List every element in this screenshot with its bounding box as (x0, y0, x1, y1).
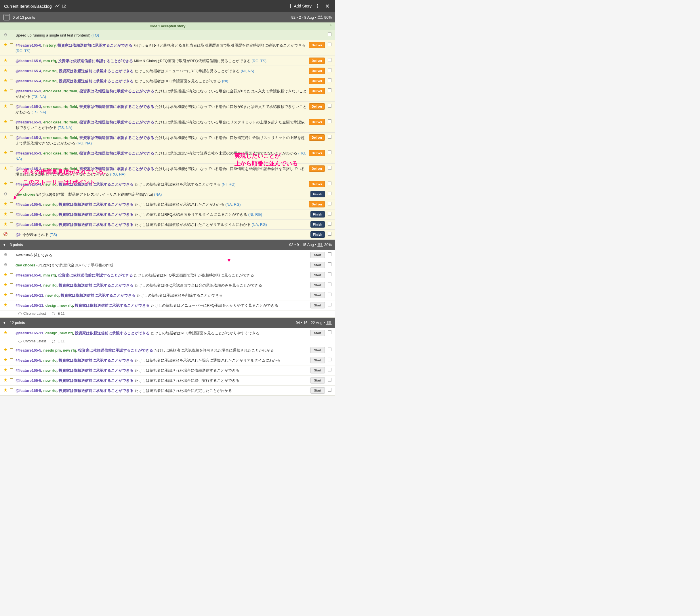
story-label[interactable]: new rfq (60, 331, 73, 335)
story-row[interactable]: ★@feature165-4, new rfq, 投資家は依頼送信前に承認するこ… (0, 66, 335, 76)
story-state-button[interactable]: Deliver (309, 119, 325, 125)
story-label[interactable]: mm rfq (43, 59, 56, 63)
story-label[interactable]: , (77, 104, 79, 109)
story-owners[interactable]: (TS, NA) (32, 110, 46, 114)
story-label[interactable]: , (57, 283, 59, 287)
story-label[interactable]: @feature165-6 (15, 273, 41, 277)
story-label[interactable]: , (77, 120, 79, 124)
story-row[interactable]: ★@feature165-3, error case, rfq field, 投… (0, 102, 335, 117)
story-content[interactable]: @feature165-5, new rfq, 投資家は依頼送信前に承認すること… (15, 387, 307, 393)
story-label[interactable]: @feature165-5 (15, 348, 41, 352)
story-state-button[interactable]: Start (310, 292, 325, 298)
story-content[interactable]: Awaitilityを試してみる (15, 252, 307, 258)
story-owners[interactable]: (NI) (222, 79, 228, 83)
story-label[interactable]: , (77, 89, 79, 93)
story-select-checkbox[interactable] (328, 135, 332, 139)
story-state-button[interactable]: Finish (310, 221, 325, 228)
story-select-checkbox[interactable] (328, 78, 332, 82)
story-label[interactable]: 投資家は依頼送信前に承認することができる (78, 348, 153, 352)
story-label[interactable]: @feature165-4 (15, 79, 41, 83)
story-row[interactable]: ★@feature165-3, error case, rfq field, 投… (0, 133, 335, 148)
story-label[interactable]: , (41, 89, 43, 93)
story-select-checkbox[interactable] (328, 212, 332, 215)
story-label[interactable]: , (61, 136, 63, 140)
story-row[interactable]: ⚙Awaitilityを試してみるStart (0, 250, 335, 260)
story-label[interactable]: 投資家は依頼送信前に承認することができる (58, 43, 132, 48)
story-label[interactable]: 投資家は依頼送信前に承認することができる (59, 378, 134, 383)
story-label[interactable]: 投資家は依頼送信前に承認することができる (59, 283, 134, 287)
story-owners[interactable]: (NA, RG) (251, 223, 267, 227)
story-label[interactable]: 投資家は依頼送信前に承認することができる (59, 79, 134, 83)
story-label[interactable]: 投資家は依頼送信前に承認することができる (59, 202, 134, 206)
story-content[interactable]: @feature165-5, new rfq, 投資家は依頼送信前に承認すること… (15, 201, 307, 208)
collapse-toggle-icon[interactable]: ▾ (3, 320, 8, 325)
story-select-checkbox[interactable] (328, 252, 332, 256)
task-item[interactable]: IE 11 (52, 339, 65, 343)
story-label[interactable]: rfq field (64, 120, 77, 124)
story-select-checkbox[interactable] (328, 330, 332, 334)
story-state-button[interactable]: Finish (310, 211, 325, 217)
story-label[interactable]: 投資家は依頼送信前に承認することができる (79, 136, 154, 140)
story-label[interactable]: error case (43, 151, 62, 155)
story-state-button[interactable]: Deliver (309, 150, 325, 156)
story-label[interactable]: @h (15, 232, 22, 237)
story-label[interactable]: , (41, 182, 43, 186)
story-label[interactable]: mm rfq (43, 273, 56, 277)
story-state-button[interactable]: Start (310, 302, 325, 309)
story-label[interactable]: @feature165-3 (15, 89, 41, 93)
story-label[interactable]: , (41, 79, 43, 83)
story-state-button[interactable]: Deliver (309, 165, 325, 172)
story-owners[interactable]: (NI, RG) (222, 182, 235, 186)
story-owners[interactable]: (TO) (91, 33, 99, 37)
story-owners[interactable]: (NI, RG) (248, 212, 262, 217)
story-label[interactable]: , (41, 120, 43, 124)
story-label[interactable]: , (41, 348, 43, 352)
story-label[interactable]: new rfq (43, 378, 57, 383)
story-label[interactable]: , (56, 273, 58, 277)
story-content[interactable]: @feature165-11, design, new rfq, 投資家は依頼送… (15, 302, 307, 309)
story-state-button[interactable]: Deliver (309, 201, 325, 208)
story-label[interactable]: @feature165-4 (15, 182, 41, 186)
story-label[interactable]: , (61, 120, 63, 124)
story-label[interactable]: , (43, 303, 46, 307)
story-label[interactable]: , (77, 167, 79, 171)
story-row[interactable]: ★@feature165-5, new rfq, 投資家は依頼送信前に承認するこ… (0, 365, 335, 376)
story-row[interactable]: ★@feature165-4, new rfq, 投資家は依頼送信前に承認するこ… (0, 280, 335, 290)
story-label[interactable]: new rfq (43, 368, 57, 373)
collapse-toggle-icon[interactable]: ▾ (3, 242, 8, 247)
story-label[interactable]: new rfq (43, 202, 57, 206)
story-label[interactable]: , (61, 104, 63, 109)
story-label[interactable]: @feature165-3 (15, 136, 41, 140)
panel-menu-button[interactable] (314, 2, 321, 10)
story-select-checkbox[interactable] (328, 222, 332, 226)
story-label[interactable]: new rfq (43, 182, 57, 186)
story-state-button[interactable]: Finish (310, 231, 325, 238)
story-content[interactable]: @feature165-5, needs pm, new rfq, 投資家は依頼… (15, 347, 307, 353)
task-item[interactable]: Chrome Latest (18, 312, 46, 316)
story-row[interactable]: ★@feature165-4, new rfq, 投資家は依頼送信前に承認するこ… (0, 210, 335, 219)
story-label[interactable]: , (61, 89, 63, 93)
story-state-button[interactable]: Finish (310, 191, 325, 197)
story-content[interactable]: @feature165-4, new rfq, 投資家は依頼送信前に承認すること… (15, 78, 307, 84)
story-row[interactable]: ★@feature165-11, new rfq, 投資家は依頼送信前に承認する… (0, 290, 335, 300)
story-label[interactable]: design (46, 303, 58, 307)
story-row[interactable]: ★@feature165-5, new rfq, 投資家は依頼送信前に承認するこ… (0, 219, 335, 230)
story-select-checkbox[interactable] (328, 378, 332, 381)
story-label[interactable]: , (57, 202, 59, 206)
story-state-button[interactable]: Deliver (309, 181, 325, 187)
story-row[interactable]: ★@feature165-5, new rfq, 投資家は依頼送信前に承認するこ… (0, 355, 335, 365)
story-label[interactable]: @feature165-6 (15, 59, 41, 63)
story-state-button[interactable]: Start (310, 282, 325, 288)
story-label[interactable]: , (77, 136, 79, 140)
story-select-checkbox[interactable] (328, 88, 332, 92)
story-label[interactable]: new rfq (43, 223, 57, 227)
story-row[interactable]: ★@feature165-4, new rfq, 投資家は依頼送信前に承認するこ… (0, 76, 335, 86)
story-label[interactable]: dev chores (15, 263, 35, 267)
story-label[interactable]: @feature165-5 (15, 202, 41, 206)
story-state-button[interactable]: Start (310, 357, 325, 363)
story-state-button[interactable]: Start (310, 367, 325, 374)
story-row[interactable]: ★@feature165-5, new rfq, 投資家は依頼送信前に承認するこ… (0, 199, 335, 210)
story-label[interactable]: 投資家は依頼送信前に承認することができる (58, 273, 133, 277)
hide-accepted-banner[interactable]: Hide 1 accepted story˄ (0, 23, 335, 30)
story-label[interactable]: @feature165-5 (15, 378, 41, 383)
